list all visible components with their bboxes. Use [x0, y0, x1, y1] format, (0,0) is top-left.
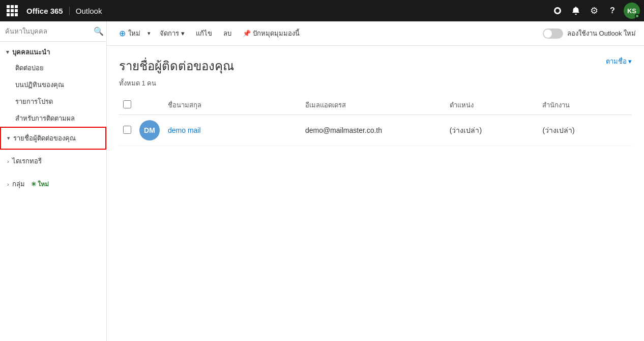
office-label: Office 365: [24, 7, 70, 15]
row-position-cell: (ว่างเปล่า): [446, 115, 539, 146]
col-position-header: ตำแหน่ง: [446, 97, 539, 115]
user-avatar[interactable]: KS: [624, 3, 640, 19]
search-input[interactable]: [5, 27, 91, 35]
manage-button[interactable]: จัดการ ▾: [155, 25, 190, 41]
topbar-brand: Office 365 Outlook: [24, 7, 108, 15]
try-outlook-label: ลองใช้งาน Outlook ใหม่: [567, 28, 636, 39]
row-email-cell: demo@mailmaster.co.th: [301, 115, 446, 146]
sidebar: 🔍 ▾ บุคคลแนะนำ ติดต่อบ่อย บนปฏิทินของคุณ…: [0, 21, 107, 341]
new-contact-button[interactable]: ⊕ ใหม่: [115, 25, 144, 41]
contact-avatar: DM: [139, 120, 160, 140]
try-outlook-toggle: ลองใช้งาน Outlook ใหม่: [543, 28, 636, 39]
apps-icon[interactable]: [4, 3, 20, 19]
sidebar-group-suggested[interactable]: ▾ บุคคลแนะนำ: [0, 42, 106, 60]
sidebar-contacts-label: รายชื่อผู้ติดต่อของคุณ: [13, 133, 76, 144]
sort-control[interactable]: ตามชื่อ ▾: [606, 56, 632, 67]
new-contact-dropdown-button[interactable]: ▾: [144, 27, 154, 39]
sidebar-item-calendar[interactable]: บนปฏิทินของคุณ: [0, 76, 106, 93]
plus-icon: ⊕: [119, 29, 126, 38]
skype-icon[interactable]: [548, 2, 567, 20]
row-avatar-cell: DM: [135, 115, 164, 146]
col-checkbox: [119, 97, 135, 115]
sidebar-item-groups[interactable]: › กลุ่ม ✳ ใหม่: [0, 173, 106, 195]
app-label: Outlook: [70, 7, 108, 15]
chevron-down-icon: ▾: [6, 49, 9, 55]
groups-new-badge: ✳ ใหม่: [31, 179, 49, 189]
try-outlook-switch[interactable]: [543, 29, 563, 39]
sidebar-search-bar: 🔍: [0, 21, 106, 42]
contact-list-area: รายชื่อผู้ติดต่อของคุณ ทั้งหมด 1 คน ตามช…: [107, 46, 644, 341]
main-content: ⊕ ใหม่ ▾ จัดการ ▾ แก้ไข ลบ 📌 ปักหมุดมุมม…: [107, 21, 644, 341]
pin-icon: 📌: [243, 30, 251, 37]
sidebar-section-suggested: ▾ บุคคลแนะนำ ติดต่อบ่อย บนปฏิทินของคุณ ร…: [0, 42, 106, 127]
row-office-cell: (ว่างเปล่า): [538, 115, 632, 146]
select-all-checkbox[interactable]: [123, 100, 131, 108]
settings-gear-icon[interactable]: ⚙: [585, 2, 603, 20]
sidebar-item-frequent[interactable]: ติดต่อบ่อย: [0, 60, 106, 76]
new-contact-button-group: ⊕ ใหม่ ▾: [115, 25, 154, 41]
search-icon[interactable]: 🔍: [94, 26, 104, 36]
edit-button-label: แก้ไข: [196, 28, 212, 39]
col-avatar-spacer: [135, 97, 164, 115]
topbar: Office 365 Outlook ⚙ ? KS: [0, 0, 644, 21]
chevron-right-icon-directory: ›: [7, 158, 9, 164]
sidebar-groups-label: กลุ่ม: [12, 179, 25, 189]
edit-button[interactable]: แก้ไข: [191, 25, 217, 41]
sort-label: ตามชื่อ: [606, 56, 627, 67]
delete-button-label: ลบ: [223, 28, 231, 39]
sidebar-item-followup[interactable]: สำหรับการติดตามผล: [0, 110, 106, 127]
pin-button-label: ปักหมุดมุมมองนี้: [253, 28, 300, 39]
page-title: รายชื่อผู้ติดต่อของคุณ: [119, 56, 234, 76]
sidebar-item-contacts[interactable]: ▾ รายชื่อผู้ติดต่อของคุณ: [0, 127, 106, 150]
online-status-dot: [635, 14, 639, 18]
col-name-header: ชื่อนามสกุล: [164, 97, 301, 115]
col-office-header: สำนักงาน: [538, 97, 632, 115]
main-layout: 🔍 ▾ บุคคลแนะนำ ติดต่อบ่อย บนปฏิทินของคุณ…: [0, 21, 644, 341]
contact-table: ชื่อนามสกุล อีเมลแอดเดรส ตำแหน่ง สำนักงา…: [119, 97, 632, 146]
row-checkbox[interactable]: [123, 126, 131, 134]
sidebar-directory-label: ไดเรกทอรี: [12, 156, 42, 166]
pin-view-button[interactable]: 📌 ปักหมุดมุมมองนี้: [238, 25, 305, 41]
help-icon[interactable]: ?: [603, 2, 622, 20]
chevron-down-icon-contacts: ▾: [7, 135, 10, 141]
contact-count: ทั้งหมด 1 คน: [119, 78, 234, 89]
chevron-right-icon-groups: ›: [7, 181, 9, 187]
manage-button-label: จัดการ: [160, 28, 179, 39]
row-checkbox-cell: [119, 115, 135, 146]
sidebar-suggested-label: บุคคลแนะนำ: [12, 47, 50, 58]
avatar-initials: KS: [627, 7, 636, 15]
row-name-cell[interactable]: demo mail: [164, 115, 301, 146]
toolbar: ⊕ ใหม่ ▾ จัดการ ▾ แก้ไข ลบ 📌 ปักหมุดมุมม…: [107, 21, 644, 46]
sort-chevron-icon: ▾: [628, 58, 632, 65]
delete-button[interactable]: ลบ: [218, 25, 237, 41]
table-row: DM demo mail demo@mailmaster.co.th (ว่าง…: [119, 115, 632, 146]
sidebar-item-favorites[interactable]: รายการโปรด: [0, 93, 106, 110]
sidebar-item-directory[interactable]: › ไดเรกทอรี: [0, 150, 106, 173]
manage-chevron-icon: ▾: [181, 30, 185, 37]
new-button-label: ใหม่: [128, 28, 140, 39]
col-email-header: อีเมลแอดเดรส: [301, 97, 446, 115]
notification-bell-icon[interactable]: [567, 2, 585, 20]
